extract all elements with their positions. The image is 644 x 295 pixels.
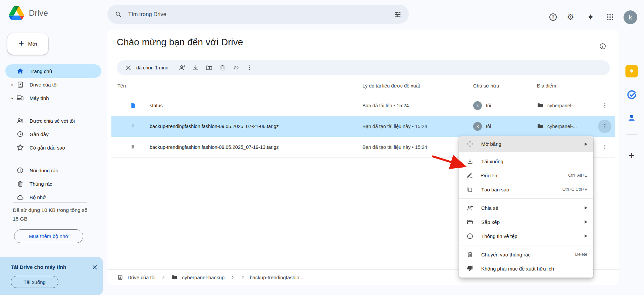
trash-icon (16, 180, 24, 188)
people-icon (16, 117, 24, 125)
row-more-button[interactable] (598, 120, 611, 133)
breadcrumb-file[interactable]: backup-trendingfashio... (240, 275, 303, 280)
sidebar-item-recent[interactable]: Gần đây (0, 127, 107, 141)
chevron-right-icon (230, 275, 235, 280)
search-options-icon[interactable] (394, 11, 401, 18)
menu-item-download[interactable]: Tải xuống (459, 154, 593, 168)
archive-file-icon (129, 123, 137, 130)
google-apps-button[interactable] (603, 10, 617, 24)
drive-logo-icon (9, 6, 24, 20)
archive-file-icon (129, 144, 137, 151)
submenu-arrow-icon (585, 234, 587, 238)
drive-logo[interactable]: Drive (9, 6, 48, 20)
contacts-icon[interactable] (626, 112, 638, 124)
help-icon: ? (549, 13, 557, 21)
sidebar-item-spam[interactable]: Nội dung rác (0, 164, 107, 177)
breadcrumb-my-drive[interactable]: Drive của tôi (117, 275, 155, 280)
table-header: Tên Lý do tài liệu được đề xuất Chủ sở h… (117, 76, 610, 95)
spam-icon (16, 166, 24, 174)
settings-button[interactable]: ⚙ (563, 10, 578, 24)
submenu-arrow-icon (585, 206, 587, 210)
selection-count: đã chọn 1 mục (136, 65, 168, 70)
drive-window: Drive ? ⚙ ✦ k + Mới Trang chủ (0, 0, 644, 295)
rename-icon (466, 171, 474, 179)
column-location[interactable]: Địa điểm (537, 83, 589, 88)
clear-selection-button[interactable] (121, 61, 135, 74)
menu-item-make-copy[interactable]: Tạo bản sao Ctrl+C Ctrl+V (459, 182, 593, 196)
info-icon (599, 43, 606, 50)
menu-shortcut: Ctrl+C Ctrl+V (562, 187, 587, 192)
rail-divider (627, 134, 637, 135)
menu-item-move-to-trash[interactable]: Chuyển vào thùng rác Delete (459, 247, 593, 261)
copy-link-button[interactable] (229, 61, 243, 74)
tasks-icon[interactable] (626, 88, 638, 101)
trash-icon (219, 64, 226, 71)
copy-icon (466, 185, 474, 193)
my-drive-icon (117, 275, 123, 280)
table-row-selected[interactable]: backup-trendingfashion.fashion-09.05.202… (111, 116, 615, 137)
column-owner[interactable]: Chủ sở hữu (473, 83, 537, 88)
account-avatar[interactable]: k (624, 10, 637, 24)
star-icon (16, 143, 24, 152)
add-panel-app-button[interactable]: + (625, 149, 638, 162)
menu-item-file-info[interactable]: Thông tin về tệp (459, 229, 593, 243)
menu-item-open-with[interactable]: Mở bằng (459, 136, 593, 152)
buy-storage-button[interactable]: Mua thêm bộ nhớ (14, 229, 83, 243)
breadcrumb-folder[interactable]: cyberpanel-backup (171, 274, 225, 281)
person-add-icon (179, 64, 186, 71)
menu-item-organize[interactable]: Sắp xếp (459, 215, 593, 229)
apps-grid-icon (607, 14, 608, 15)
sidebar-item-trash[interactable]: Thùng rác (0, 177, 107, 190)
gear-icon: ⚙ (567, 13, 574, 21)
archive-file-icon (240, 275, 245, 280)
drive-desktop-promo: Tải Drive cho máy tính Tải xuống (0, 257, 103, 295)
menu-item-rename[interactable]: Đổi tên Ctrl+Alt+E (459, 168, 593, 182)
expand-caret-icon[interactable]: ▸ (11, 83, 14, 86)
sidebar-item-my-drive[interactable]: ▸ Drive của tôi (0, 78, 107, 91)
gemini-spark-icon: ✦ (587, 13, 594, 21)
column-reason[interactable]: Lý do tài liệu được đề xuất (362, 83, 473, 88)
search-input[interactable] (128, 11, 388, 17)
clock-icon (16, 130, 24, 138)
info-button[interactable] (597, 40, 609, 52)
row-more-button[interactable] (598, 99, 611, 112)
owner-avatar: k (473, 122, 482, 131)
more-vertical-icon (246, 64, 253, 71)
gemini-button[interactable]: ✦ (583, 10, 598, 24)
menu-item-not-helpful[interactable]: Không phải mục đề xuất hữu ích (459, 261, 593, 276)
folder-move-icon (205, 64, 213, 71)
devices-icon (16, 94, 24, 102)
download-button[interactable] (189, 61, 202, 74)
menu-item-share[interactable]: Chia sẻ (459, 201, 593, 215)
more-vertical-icon (602, 123, 608, 129)
share-button[interactable] (176, 61, 189, 74)
sidebar-item-shared-with-me[interactable]: Được chia sẻ với tôi (0, 114, 107, 127)
trash-icon (466, 250, 474, 258)
expand-caret-icon[interactable]: ▸ (11, 96, 14, 100)
row-more-button[interactable] (598, 140, 611, 154)
my-drive-icon (16, 80, 24, 88)
menu-shortcut: Ctrl+Alt+E (568, 173, 587, 178)
trash-button[interactable] (216, 61, 229, 74)
sidebar-item-computers[interactable]: ▸ Máy tính (0, 91, 107, 105)
submenu-arrow-icon (585, 142, 587, 146)
link-icon (232, 64, 240, 72)
promo-close-button[interactable] (90, 262, 99, 272)
help-button[interactable]: ? (546, 10, 560, 24)
more-actions-button[interactable] (243, 61, 256, 74)
column-name[interactable]: Tên (117, 83, 362, 88)
folder-icon (537, 102, 543, 109)
sidebar-item-home[interactable]: Trang chủ (0, 64, 107, 78)
more-vertical-icon (602, 102, 608, 109)
promo-download-button[interactable]: Tải xuống (11, 276, 58, 288)
keep-icon[interactable] (626, 65, 638, 77)
new-button[interactable]: + Mới (7, 33, 48, 55)
document-file-icon (129, 102, 137, 109)
table-row[interactable]: status Bạn đã tải lên • 15:24 k tôi cybe… (111, 95, 615, 116)
context-menu: Mở bằng Tải xuống Đổi tên Ctrl+Alt+E Tạo… (459, 136, 593, 278)
sidebar-item-starred[interactable]: Có gắn dấu sao (0, 141, 107, 154)
storage-usage-text: Đã sử dụng 10 KB trong tổng số 15 GB (13, 206, 91, 223)
cloud-icon (16, 193, 24, 201)
move-to-folder-button[interactable] (202, 61, 216, 74)
search-bar[interactable] (107, 5, 409, 24)
